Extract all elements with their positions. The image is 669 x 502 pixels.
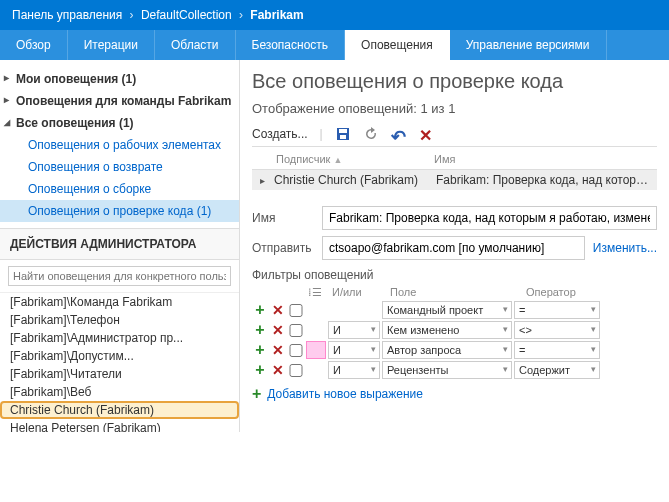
tab-areas[interactable]: Области	[155, 30, 236, 60]
filter-row: + ✕ И Автор запроса =	[252, 341, 657, 359]
refresh-icon[interactable]	[363, 126, 379, 142]
name-label: Имя	[252, 211, 322, 225]
row-checkbox[interactable]	[288, 304, 304, 317]
toolbar-separator: |	[320, 127, 323, 141]
column-name[interactable]: Имя	[434, 153, 455, 165]
tab-version-control[interactable]: Управление версиями	[450, 30, 607, 60]
tree-item-build-alerts[interactable]: Оповещения о сборке	[0, 178, 239, 200]
breadcrumb: Панель управления › DefaultCollection › …	[0, 0, 669, 30]
undo-icon[interactable]: ↶	[391, 126, 407, 142]
column-subscriber[interactable]: Подписчик ▲	[276, 153, 434, 165]
delete-row-icon[interactable]: ✕	[270, 342, 286, 358]
delete-row-icon[interactable]: ✕	[270, 302, 286, 318]
svg-rect-1	[339, 129, 347, 133]
tree-item-codereview-alerts[interactable]: Оповещения о проверке кода (1)	[0, 200, 239, 222]
user-search-input[interactable]	[8, 266, 231, 286]
group-indicator	[306, 321, 326, 339]
filters-title: Фильтры оповещений	[252, 268, 657, 282]
user-item[interactable]: [Fabrikam]\Читатели	[0, 365, 239, 383]
save-icon[interactable]	[335, 126, 351, 142]
breadcrumb-item[interactable]: Панель управления	[12, 8, 122, 22]
cell-subscriber: Christie Church (Fabrikam)	[270, 173, 430, 187]
field-select[interactable]: Кем изменено	[382, 321, 512, 339]
sort-asc-icon: ▲	[333, 155, 342, 165]
tree-item-my-alerts[interactable]: Мои оповещения (1)	[0, 68, 239, 90]
grid-header: Подписчик ▲ Имя	[252, 151, 657, 170]
row-checkbox[interactable]	[288, 324, 304, 337]
user-item[interactable]: Helena Petersen (Fabrikam)	[0, 419, 239, 432]
operator-select[interactable]: <>	[514, 321, 600, 339]
plus-icon: +	[252, 385, 261, 403]
group-indicator	[306, 361, 326, 379]
add-row-icon[interactable]: +	[252, 321, 268, 339]
change-link[interactable]: Изменить...	[593, 241, 657, 255]
expand-icon[interactable]: ▸	[254, 175, 270, 186]
create-button[interactable]: Создать...	[252, 127, 308, 141]
group-indicator	[306, 301, 326, 319]
col-andor: И/или	[332, 286, 390, 299]
add-row-icon[interactable]: +	[252, 361, 268, 379]
toolbar: Создать... | ↶ ✕	[252, 126, 657, 147]
add-expression-link[interactable]: + Добавить новое выражение	[252, 385, 657, 403]
field-select[interactable]: Автор запроса	[382, 341, 512, 359]
user-item[interactable]: [Fabrikam]\Телефон	[0, 311, 239, 329]
chevron-right-icon: ›	[239, 8, 243, 22]
breadcrumb-item[interactable]: DefaultCollection	[141, 8, 232, 22]
add-row-icon[interactable]: +	[252, 301, 268, 319]
tab-alerts[interactable]: Оповещения	[345, 30, 450, 60]
row-checkbox[interactable]	[288, 344, 304, 357]
filter-row: + ✕ И Кем изменено <>	[252, 321, 657, 339]
svg-rect-2	[340, 135, 346, 139]
send-input[interactable]	[322, 236, 585, 260]
content-pane: Все оповещения о проверке кода Отображен…	[240, 60, 669, 432]
delete-row-icon[interactable]: ✕	[270, 362, 286, 378]
field-select[interactable]: Командный проект	[382, 301, 512, 319]
row-checkbox[interactable]	[288, 364, 304, 377]
andor-select[interactable]: И	[328, 361, 380, 379]
delete-row-icon[interactable]: ✕	[270, 322, 286, 338]
andor-select[interactable]: И	[328, 321, 380, 339]
delete-icon[interactable]: ✕	[419, 126, 435, 142]
send-label: Отправить	[252, 241, 322, 255]
user-item[interactable]: [Fabrikam]\Команда Fabrikam	[0, 293, 239, 311]
tree-item-checkin-alerts[interactable]: Оповещения о возврате	[0, 156, 239, 178]
col-field: Поле	[390, 286, 526, 299]
andor-select[interactable]: И	[328, 341, 380, 359]
group-icon: ⁞☰	[308, 286, 332, 299]
filter-row: + ✕ И Рецензенты Содержит	[252, 361, 657, 379]
tab-security[interactable]: Безопасность	[236, 30, 346, 60]
operator-select[interactable]: =	[514, 301, 600, 319]
user-item[interactable]: [Fabrikam]\Допустим...	[0, 347, 239, 365]
user-item[interactable]: [Fabrikam]\Веб	[0, 383, 239, 401]
add-row-icon[interactable]: +	[252, 341, 268, 359]
user-item-selected[interactable]: Christie Church (Fabrikam)	[0, 401, 239, 419]
tab-overview[interactable]: Обзор	[0, 30, 68, 60]
group-indicator	[306, 341, 326, 359]
sidebar: Мои оповещения (1) Оповещения для команд…	[0, 60, 240, 432]
tree-item-all-alerts[interactable]: Все оповещения (1)	[0, 112, 239, 134]
grid-row[interactable]: ▸ Christie Church (Fabrikam) Fabrikam: П…	[252, 170, 657, 190]
col-operator: Оператор	[526, 286, 657, 299]
filter-header: ⁞☰ И/или Поле Оператор	[252, 286, 657, 299]
user-list[interactable]: [Fabrikam]\Команда Fabrikam [Fabrikam]\Т…	[0, 292, 239, 432]
breadcrumb-item-current[interactable]: Fabrikam	[250, 8, 303, 22]
tab-iterations[interactable]: Итерации	[68, 30, 155, 60]
tree-item-workitem-alerts[interactable]: Оповещения о рабочих элементах	[0, 134, 239, 156]
name-input[interactable]	[322, 206, 657, 230]
filter-row: + ✕ Командный проект =	[252, 301, 657, 319]
field-select[interactable]: Рецензенты	[382, 361, 512, 379]
page-title: Все оповещения о проверке кода	[252, 70, 657, 93]
operator-select[interactable]: Содержит	[514, 361, 600, 379]
user-item[interactable]: [Fabrikam]\Администратор пр...	[0, 329, 239, 347]
tree-item-team-alerts[interactable]: Оповещения для команды Fabrikam	[0, 90, 239, 112]
cell-name: Fabrikam: Проверка кода, над которым я р…	[430, 173, 655, 187]
admin-actions-header: ДЕЙСТВИЯ АДМИНИСТРАТОРА	[0, 228, 239, 260]
chevron-right-icon: ›	[130, 8, 134, 22]
tab-bar: Обзор Итерации Области Безопасность Опов…	[0, 30, 669, 60]
display-count: Отображение оповещений: 1 из 1	[252, 101, 657, 116]
operator-select[interactable]: =	[514, 341, 600, 359]
